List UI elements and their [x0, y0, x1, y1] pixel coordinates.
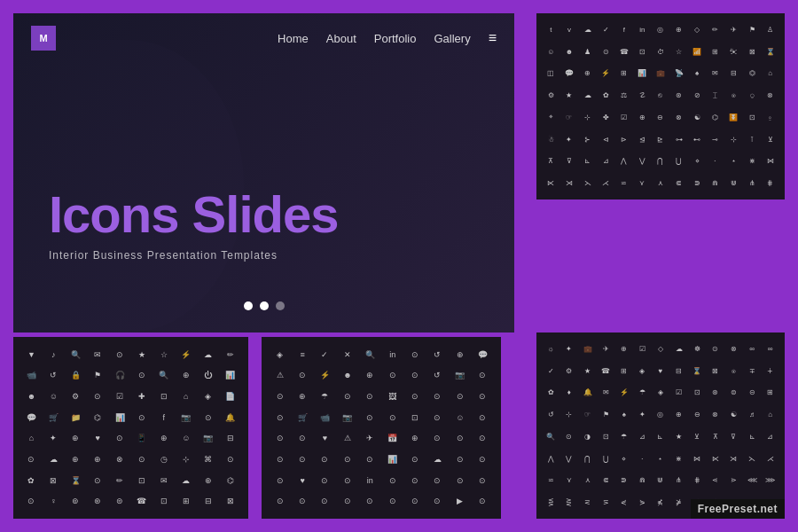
- icon: ☑: [669, 382, 688, 404]
- icon: ⊞: [175, 490, 197, 512]
- icon: ⌬: [707, 106, 725, 129]
- icon: in: [359, 470, 381, 491]
- icon: 📅: [381, 428, 403, 450]
- icon: ✦: [43, 428, 65, 450]
- icon: ◇: [652, 338, 670, 360]
- icon: ♥: [652, 360, 670, 382]
- icon: ⊠: [743, 41, 762, 63]
- icon: ⊙: [472, 449, 494, 470]
- icon: ⚙: [542, 84, 560, 106]
- icon: ☻: [336, 365, 358, 387]
- icon: ⋒: [633, 470, 652, 492]
- site-logo[interactable]: M: [31, 26, 56, 51]
- icon: ⍛: [761, 106, 779, 129]
- icon: ⊙: [269, 490, 291, 512]
- icon: ⊙: [472, 365, 494, 387]
- nav-about[interactable]: About: [326, 32, 356, 45]
- icon: ⎋: [652, 84, 670, 106]
- icon: 📶: [688, 41, 707, 63]
- icon: ✤: [597, 106, 615, 129]
- icon: ⏱: [652, 41, 670, 63]
- icon: ⋟: [633, 491, 652, 513]
- icon: ⋠: [652, 491, 670, 513]
- icon: 📊: [633, 63, 652, 85]
- icon: ☎: [614, 41, 633, 63]
- icon: ✿: [597, 84, 615, 106]
- icon: ⊙: [359, 449, 381, 470]
- icon: ⊕: [197, 470, 219, 491]
- hamburger-menu[interactable]: ≡: [489, 31, 497, 45]
- icon: ∞: [761, 338, 779, 360]
- icon: ⊕: [153, 428, 175, 450]
- icon: ⋗: [724, 470, 743, 492]
- icon: ⋆: [652, 448, 670, 470]
- icon: ⊙: [130, 449, 153, 470]
- dot-2[interactable]: [260, 301, 269, 310]
- hero-subtitle: Interior Business Presentation Templates: [49, 249, 338, 262]
- icon: ⏧: [724, 41, 743, 63]
- icon: ⊚: [65, 490, 87, 512]
- icon: ⋎: [633, 172, 652, 194]
- icon: ⊙: [449, 470, 471, 491]
- icon: ⊕: [291, 386, 313, 407]
- icon: ⋔: [743, 172, 762, 194]
- icon: ⊜: [109, 490, 131, 512]
- icon: ⊡: [153, 386, 175, 407]
- icon: ⊙: [426, 428, 449, 450]
- icon: ⋔: [669, 470, 688, 492]
- hero-nav: M Home About Portfolio Gallery ≡: [13, 13, 514, 62]
- icon: ⊙: [109, 344, 131, 365]
- icon: ↺: [542, 403, 560, 426]
- icon: 💼: [578, 338, 597, 360]
- icon: ⊙: [426, 407, 449, 428]
- watermark: FreePreset.net: [691, 499, 785, 519]
- icon: ⊙: [560, 426, 579, 448]
- icon: ⊜: [724, 382, 743, 404]
- icon: ⚙: [560, 360, 579, 382]
- icon: ⊞: [614, 63, 633, 85]
- icon: ♦: [560, 382, 579, 404]
- icon: ⊾: [652, 426, 670, 448]
- icon: ◈: [269, 344, 291, 365]
- icon: ⋉: [542, 172, 560, 194]
- icon: ✦: [560, 338, 579, 360]
- icon: ⊙: [449, 428, 471, 450]
- icon: ⊙: [269, 407, 291, 428]
- icon: ⊴: [633, 129, 652, 151]
- nav-gallery[interactable]: Gallery: [434, 32, 470, 45]
- icon: ✏: [109, 470, 131, 491]
- icon: ⏬: [724, 106, 743, 129]
- icon: ⊙: [359, 490, 381, 512]
- icon: ⊡: [153, 490, 175, 512]
- icon: ↺: [426, 365, 449, 387]
- icon: ⋈: [761, 151, 779, 173]
- icon: 🔍: [359, 344, 381, 365]
- icon: ⊽: [560, 151, 579, 173]
- icon: ✿: [20, 470, 43, 491]
- icon: ⊵: [652, 129, 670, 151]
- nav-portfolio[interactable]: Portfolio: [374, 32, 417, 45]
- icon: ☁: [197, 344, 219, 365]
- icon: ⊙: [403, 470, 426, 491]
- icon: ⊕: [359, 365, 381, 387]
- icon: ⌛: [688, 360, 707, 382]
- icon: ⊙: [314, 470, 336, 491]
- icon: ♟: [578, 41, 597, 63]
- dot-3[interactable]: [276, 301, 285, 310]
- icon: ⋄: [614, 448, 633, 470]
- icon: ✉: [87, 344, 109, 365]
- icon: ☯: [688, 106, 707, 129]
- icon: ⌂: [175, 386, 197, 407]
- icon: ⊙: [336, 386, 358, 407]
- icon-panel-bottom-center: ◈ ≡ ✓ ✕ 🔍 in ⊙ ↺ ⊕ 💬 ⚠ ⊙ ⚡ ☻ ⊕ ⊙ ⊙ ↺ 📷 ⊙…: [262, 337, 501, 519]
- icon: ☸: [688, 338, 707, 360]
- dot-1[interactable]: [244, 301, 253, 310]
- icon: ⍜: [743, 84, 762, 106]
- nav-home[interactable]: Home: [278, 32, 309, 45]
- icon: ⊙: [87, 386, 109, 407]
- icon: ⊙: [472, 490, 494, 512]
- icon: ⊾: [578, 151, 597, 173]
- icon: ◑: [578, 426, 597, 448]
- icon: ⋑: [614, 470, 633, 492]
- icon: ⚙: [65, 386, 87, 407]
